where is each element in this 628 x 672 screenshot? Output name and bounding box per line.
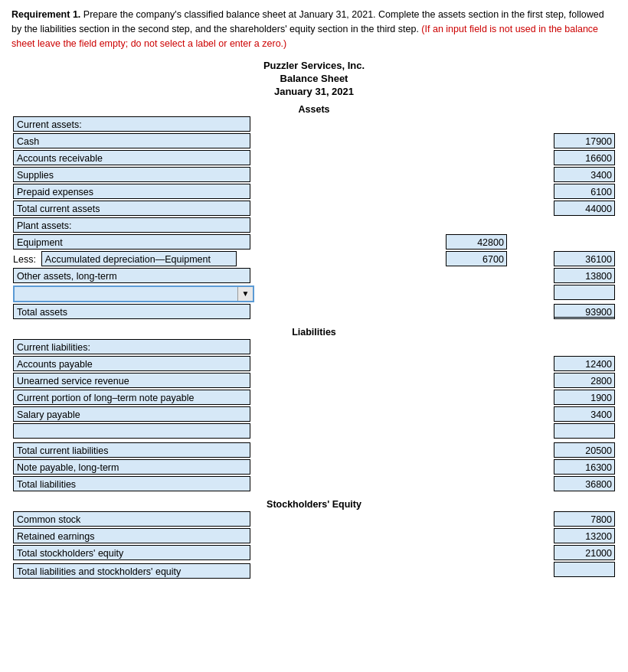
cash-label: Cash: [13, 133, 250, 148]
accounts-receivable-value[interactable]: 16600: [554, 150, 615, 165]
requirement-label: Requirement 1.: [11, 9, 80, 20]
current-portion-note-label: Current portion of long–term note payabl…: [13, 390, 250, 405]
liabilities-header-row: Liabilities: [11, 326, 617, 338]
total-current-liabilities-row: Total current liabilities 20500: [11, 442, 617, 458]
salary-payable-label: Salary payable: [13, 406, 250, 422]
retained-earnings-value[interactable]: 13200: [554, 528, 615, 543]
net-equipment-value[interactable]: 36100: [554, 251, 615, 266]
total-current-assets-label: Total current assets: [13, 201, 250, 216]
assets-header: Assets: [11, 103, 617, 116]
unearned-revenue-label: Unearned service revenue: [13, 373, 250, 388]
cash-row: Cash 17900: [11, 132, 617, 149]
current-portion-note-row: Current portion of long–term note payabl…: [11, 389, 617, 406]
unearned-revenue-value[interactable]: 2800: [554, 373, 615, 388]
note-payable-lt-value[interactable]: 16300: [554, 459, 615, 475]
total-liabilities-row: Total liabilities 36800: [11, 475, 617, 492]
current-assets-label-row: Current assets:: [11, 116, 617, 132]
total-liabilities-equity-value[interactable]: [554, 562, 615, 577]
total-liabilities-label: Total liabilities: [13, 476, 250, 491]
other-assets-label: Other assets, long-term: [13, 268, 250, 283]
equipment-row: Equipment 42800: [11, 233, 617, 250]
plant-assets-label-row: Plant assets:: [11, 217, 617, 233]
company-name: Puzzler Services, Inc.: [11, 60, 617, 71]
accounts-receivable-label: Accounts receivable: [13, 150, 250, 165]
total-equity-row: Total stockholders' equity 21000: [11, 544, 617, 561]
other-assets-row: Other assets, long-term 13800: [11, 267, 617, 284]
requirement-section: Requirement 1. Prepare the company's cla…: [11, 8, 617, 51]
equity-header: Stockholders' Equity: [11, 498, 617, 511]
total-current-assets-row: Total current assets 44000: [11, 200, 617, 217]
current-portion-note-value[interactable]: 1900: [554, 390, 615, 405]
dropdown-row: ▼: [11, 284, 617, 303]
dropdown-value[interactable]: [554, 285, 615, 300]
retained-earnings-label: Retained earnings: [13, 528, 250, 543]
sheet-date: January 31, 2021: [11, 86, 617, 97]
accum-depreciation-value[interactable]: 6700: [446, 251, 507, 266]
prepaid-expenses-value[interactable]: 6100: [554, 184, 615, 199]
note-payable-lt-row: Note payable, long-term 16300: [11, 458, 617, 475]
cash-value[interactable]: 17900: [554, 133, 615, 148]
retained-earnings-row: Retained earnings 13200: [11, 527, 617, 544]
empty-liability-value[interactable]: [554, 423, 615, 439]
total-liabilities-value[interactable]: 36800: [554, 476, 615, 491]
liabilities-header: Liabilities: [11, 326, 617, 338]
unearned-revenue-row: Unearned service revenue 2800: [11, 372, 617, 389]
equipment-value[interactable]: 42800: [446, 234, 507, 250]
accounts-payable-value[interactable]: 12400: [554, 356, 615, 371]
salary-payable-row: Salary payable 3400: [11, 406, 617, 422]
total-current-liabilities-label: Total current liabilities: [13, 442, 250, 458]
total-liabilities-equity-row: Total liabilities and stockholders' equi…: [11, 561, 617, 580]
supplies-label: Supplies: [13, 167, 250, 182]
balance-sheet: Assets Current assets: Cash 17900 Accoun…: [11, 103, 617, 580]
total-assets-row: Total assets 93900: [11, 303, 617, 320]
less-label: Less:: [13, 254, 38, 265]
common-stock-row: Common stock 7800: [11, 511, 617, 527]
common-stock-label: Common stock: [13, 511, 250, 527]
total-equity-label: Total stockholders' equity: [13, 545, 250, 560]
current-assets-label: Current assets:: [13, 116, 250, 132]
assets-header-row: Assets: [11, 103, 617, 116]
total-assets-value[interactable]: 93900: [554, 304, 615, 319]
equity-header-row: Stockholders' Equity: [11, 498, 617, 511]
requirement-text: Requirement 1. Prepare the company's cla…: [11, 8, 617, 51]
total-assets-label: Total assets: [13, 304, 250, 319]
accounts-receivable-row: Accounts receivable 16600: [11, 149, 617, 166]
accounts-payable-label: Accounts payable: [13, 356, 250, 371]
total-liabilities-equity-label: Total liabilities and stockholders' equi…: [13, 563, 250, 579]
note-payable-lt-label: Note payable, long-term: [13, 459, 250, 475]
supplies-value[interactable]: 3400: [554, 167, 615, 182]
accum-depreciation-label: Accumulated depreciation—Equipment: [41, 251, 237, 266]
accounts-payable-row: Accounts payable 12400: [11, 355, 617, 372]
common-stock-value[interactable]: 7800: [554, 511, 615, 527]
plant-assets-label: Plant assets:: [13, 217, 250, 233]
prepaid-expenses-row: Prepaid expenses 6100: [11, 183, 617, 200]
current-liabilities-label-row: Current liabilities:: [11, 338, 617, 355]
other-assets-value[interactable]: 13800: [554, 268, 615, 283]
accum-depreciation-row: Less: Accumulated depreciation—Equipment…: [11, 250, 617, 267]
current-liabilities-label: Current liabilities:: [13, 339, 250, 354]
prepaid-expenses-label: Prepaid expenses: [13, 184, 250, 199]
assets-dropdown[interactable]: ▼: [13, 285, 254, 302]
empty-liability-row: [11, 422, 617, 442]
total-equity-value[interactable]: 21000: [554, 545, 615, 560]
equipment-label: Equipment: [13, 234, 250, 250]
sheet-title: Balance Sheet: [11, 73, 617, 84]
supplies-row: Supplies 3400: [11, 166, 617, 183]
salary-payable-value[interactable]: 3400: [554, 406, 615, 422]
total-current-assets-value[interactable]: 44000: [554, 201, 615, 216]
empty-liability-label[interactable]: [13, 423, 250, 439]
total-current-liabilities-value[interactable]: 20500: [554, 442, 615, 458]
chevron-down-icon[interactable]: ▼: [237, 287, 253, 301]
